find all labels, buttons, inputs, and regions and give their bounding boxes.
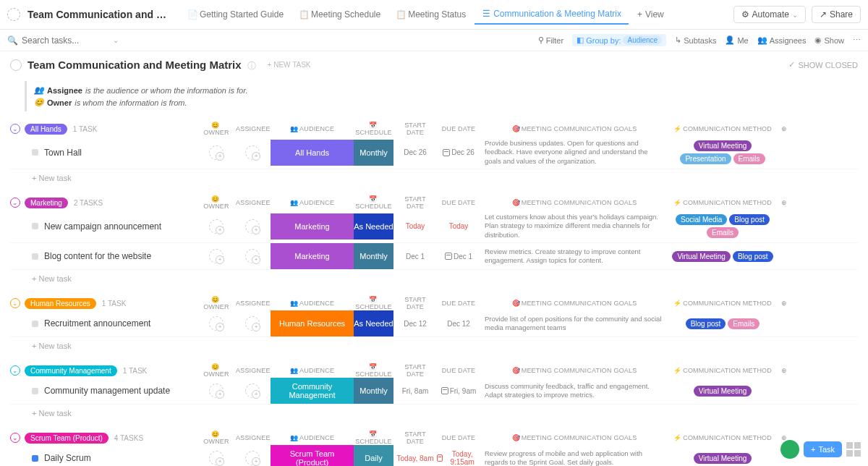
- schedule-cell[interactable]: Monthly: [354, 243, 393, 269]
- owner-cell[interactable]: [198, 451, 234, 465]
- methods-cell[interactable]: Virtual Meeting: [668, 451, 777, 466]
- task-name[interactable]: Blog content for the website: [10, 251, 198, 261]
- add-view-button[interactable]: +View: [630, 5, 671, 24]
- due-date-cell[interactable]: Dec 1: [437, 253, 480, 260]
- share-button[interactable]: ↗Share: [812, 6, 861, 23]
- audience-cell[interactable]: Marketing: [271, 243, 354, 269]
- help-fab[interactable]: [780, 440, 799, 459]
- start-date-cell[interactable]: Today, 8am: [393, 454, 437, 462]
- schedule-cell[interactable]: As Needed: [354, 213, 393, 240]
- owner-cell[interactable]: [198, 384, 234, 398]
- task-row[interactable]: Recruitment announcement Human Resources…: [10, 310, 858, 337]
- group-pill[interactable]: Marketing: [25, 198, 68, 208]
- start-date-cell[interactable]: Dec 1: [393, 253, 437, 260]
- schedule-cell[interactable]: Monthly: [354, 140, 393, 166]
- due-date-cell[interactable]: Dec 26: [437, 148, 480, 156]
- assignee-cell[interactable]: [234, 145, 271, 160]
- assignee-cell[interactable]: [234, 384, 271, 398]
- goals-cell[interactable]: Let customers know about this year's hol…: [480, 210, 668, 242]
- task-row[interactable]: Community management update Community Ma…: [10, 378, 858, 404]
- audience-cell[interactable]: Community Management: [271, 378, 354, 404]
- methods-cell[interactable]: Social MediaBlog postEmails: [668, 212, 777, 240]
- search-input[interactable]: [22, 35, 109, 46]
- new-task-row[interactable]: + New task: [10, 169, 858, 187]
- schedule-cell[interactable]: Monthly: [354, 378, 393, 404]
- schedule-cell[interactable]: As Needed: [354, 310, 393, 336]
- goals-cell[interactable]: Discuss community feedback, traffic and …: [480, 379, 668, 403]
- goals-cell[interactable]: Provide business updates. Open for quest…: [480, 136, 668, 169]
- goals-cell[interactable]: Provide list of open positions for the c…: [480, 312, 668, 336]
- task-name[interactable]: Community management update: [10, 386, 198, 396]
- assignees-button[interactable]: 👥Assignees: [757, 35, 807, 45]
- apps-fab[interactable]: [846, 442, 861, 457]
- assignee-cell[interactable]: [234, 219, 271, 234]
- new-task-row[interactable]: + New task: [10, 337, 858, 355]
- show-button[interactable]: ◉Show: [814, 35, 844, 45]
- methods-cell[interactable]: Virtual Meeting: [668, 384, 777, 399]
- group-toggle[interactable]: ⌄: [10, 433, 20, 443]
- chevron-down-icon[interactable]: ⌄: [113, 36, 119, 44]
- group-toggle[interactable]: ⌄: [10, 365, 20, 376]
- task-row[interactable]: Blog content for the website Marketing M…: [10, 243, 858, 270]
- owner-cell[interactable]: [198, 249, 234, 263]
- group-pill[interactable]: All Hands: [25, 124, 67, 135]
- add-column[interactable]: ⊕: [777, 199, 791, 206]
- owner-cell[interactable]: [198, 145, 234, 160]
- group-pill[interactable]: Human Resources: [25, 298, 96, 309]
- status-circle-icon[interactable]: [10, 59, 22, 71]
- assignee-cell[interactable]: [234, 249, 271, 263]
- assignee-cell[interactable]: [234, 316, 271, 331]
- tab-communication-matrix[interactable]: ☰Communication & Meeting Matrix: [475, 4, 629, 25]
- info-icon[interactable]: ⓘ: [247, 60, 258, 70]
- new-task-fab[interactable]: +Task: [804, 441, 842, 457]
- task-row[interactable]: New campaign announcement Marketing As N…: [10, 210, 858, 243]
- add-column[interactable]: ⊕: [777, 300, 791, 307]
- add-column[interactable]: ⊕: [777, 125, 791, 132]
- task-name[interactable]: Recruitment announcement: [10, 318, 198, 329]
- show-closed-button[interactable]: ✓SHOW CLOSED: [788, 60, 858, 69]
- add-column[interactable]: ⊕: [777, 367, 791, 374]
- start-date-cell[interactable]: Dec 26: [393, 148, 437, 156]
- task-name[interactable]: Daily Scrum: [10, 453, 198, 463]
- audience-cell[interactable]: Human Resources: [271, 310, 354, 336]
- audience-cell[interactable]: Scrum Team (Product): [271, 445, 354, 466]
- task-name[interactable]: New campaign announcement: [10, 221, 198, 232]
- tab-meeting-status[interactable]: 📋Meeting Status: [389, 5, 473, 24]
- automate-button[interactable]: ⚙Automate⌄: [733, 6, 806, 23]
- start-date-cell[interactable]: Fri, 8am: [393, 387, 437, 395]
- due-date-cell[interactable]: Fri, 9am: [437, 387, 480, 395]
- schedule-cell[interactable]: Daily: [354, 445, 393, 466]
- more-button[interactable]: ⋯: [853, 35, 861, 45]
- task-row[interactable]: Daily Scrum Scrum Team (Product) Daily T…: [10, 445, 858, 466]
- group-toggle[interactable]: ⌄: [10, 124, 20, 134]
- subtasks-button[interactable]: ↳Subtasks: [675, 35, 716, 45]
- group-pill[interactable]: Scrum Team (Product): [25, 433, 109, 444]
- audience-cell[interactable]: All Hands: [271, 140, 354, 166]
- group-toggle[interactable]: ⌄: [10, 198, 20, 208]
- start-date-cell[interactable]: Dec 12: [393, 320, 437, 328]
- group-toggle[interactable]: ⌄: [10, 298, 20, 308]
- new-task-row[interactable]: + New task: [10, 270, 858, 287]
- task-name[interactable]: Town Hall: [10, 148, 198, 158]
- tab-meeting-schedule[interactable]: 📋Meeting Schedule: [292, 5, 388, 24]
- task-row[interactable]: Town Hall All Hands Monthly Dec 26 Dec 2…: [10, 136, 858, 169]
- me-button[interactable]: 👤Me: [725, 35, 748, 45]
- goals-cell[interactable]: Review progress of mobile and web applic…: [480, 446, 668, 466]
- goals-cell[interactable]: Review metrics. Create strategy to impro…: [480, 245, 668, 268]
- due-date-cell[interactable]: Today, 9:15am: [437, 450, 480, 466]
- owner-cell[interactable]: [198, 219, 234, 234]
- group-by-button[interactable]: ◧Group by:Audience: [572, 34, 666, 46]
- new-task-row[interactable]: + New task: [10, 404, 858, 422]
- methods-cell[interactable]: Virtual MeetingPresentationEmails: [668, 138, 777, 166]
- new-task-button[interactable]: + NEW TASK: [263, 59, 315, 70]
- due-date-cell[interactable]: Today: [437, 222, 480, 230]
- group-pill[interactable]: Community Management: [25, 365, 117, 376]
- assignee-cell[interactable]: [234, 451, 271, 465]
- audience-cell[interactable]: Marketing: [271, 213, 354, 240]
- owner-cell[interactable]: [198, 316, 234, 331]
- methods-cell[interactable]: Virtual MeetingBlog post: [668, 249, 777, 264]
- methods-cell[interactable]: Blog postEmails: [668, 316, 777, 331]
- due-date-cell[interactable]: Dec 12: [437, 320, 480, 328]
- tab-getting-started[interactable]: 📄Getting Started Guide: [181, 5, 291, 24]
- filter-button[interactable]: ⚲Filter: [538, 35, 563, 45]
